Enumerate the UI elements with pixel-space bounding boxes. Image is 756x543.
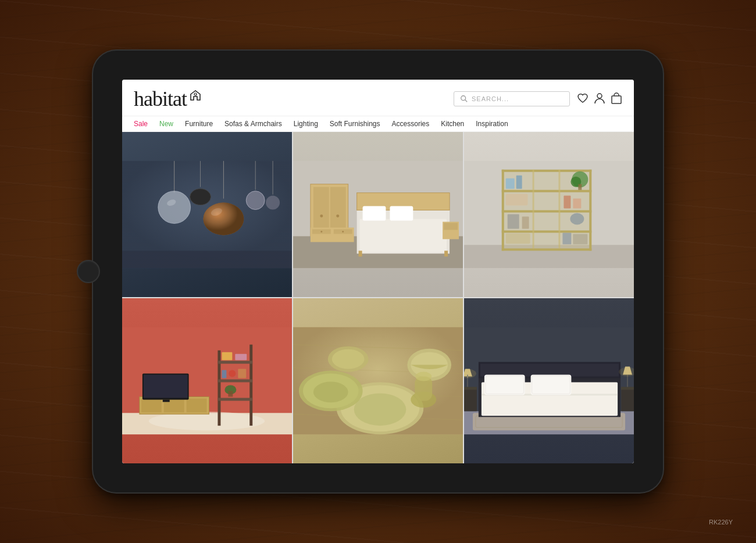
svg-point-76 [149, 412, 265, 430]
svg-rect-54 [502, 190, 591, 192]
svg-rect-67 [506, 194, 528, 206]
nav-inspiration[interactable]: Inspiration [476, 120, 508, 128]
grid-cell-shelving[interactable] [464, 132, 634, 297]
svg-rect-72 [562, 233, 571, 244]
svg-rect-45 [444, 251, 448, 256]
svg-rect-71 [506, 233, 530, 244]
svg-rect-81 [187, 398, 207, 412]
product-grid [122, 132, 634, 463]
svg-rect-23 [122, 251, 292, 268]
svg-rect-51 [502, 170, 504, 251]
svg-rect-79 [141, 398, 162, 412]
svg-rect-86 [249, 345, 252, 426]
svg-rect-89 [217, 398, 252, 401]
nav-furniture[interactable]: Furniture [185, 120, 213, 128]
svg-point-0 [194, 93, 197, 95]
header-icons [577, 92, 622, 106]
cart-icon[interactable] [611, 92, 622, 106]
nav-sofas[interactable]: Sofas & Armchairs [224, 120, 282, 128]
grid-cell-ceramics[interactable] [293, 298, 463, 463]
svg-point-37 [342, 231, 344, 233]
wishlist-icon[interactable] [577, 93, 589, 105]
logo-area[interactable]: habitat [134, 87, 202, 111]
svg-point-13 [204, 203, 244, 235]
svg-rect-60 [506, 178, 515, 189]
ipad-device: habitat SEARCH... [93, 51, 663, 492]
search-placeholder: SEARCH... [472, 95, 509, 102]
svg-rect-92 [222, 370, 226, 378]
svg-point-108 [313, 381, 348, 402]
svg-rect-58 [533, 170, 534, 249]
svg-rect-129 [464, 388, 477, 411]
svg-rect-68 [508, 215, 519, 229]
svg-point-32 [336, 215, 339, 217]
svg-rect-43 [390, 206, 413, 221]
svg-rect-47 [444, 223, 458, 230]
nav-lighting[interactable]: Lighting [294, 120, 318, 128]
svg-rect-55 [502, 210, 591, 213]
svg-rect-61 [516, 176, 522, 189]
svg-point-31 [320, 215, 323, 217]
svg-line-2 [465, 100, 468, 102]
site-header: habitat SEARCH... [122, 80, 634, 116]
svg-rect-73 [573, 234, 587, 244]
search-box[interactable]: SEARCH... [454, 91, 570, 106]
svg-rect-136 [627, 375, 628, 387]
svg-rect-69 [522, 216, 529, 228]
svg-rect-96 [228, 391, 233, 396]
svg-rect-135 [621, 387, 634, 390]
svg-point-115 [415, 372, 432, 381]
svg-rect-91 [235, 354, 247, 360]
watermark: RK226Y [709, 519, 733, 526]
svg-rect-52 [589, 170, 591, 251]
svg-rect-59 [558, 170, 560, 249]
grid-cell-bedroom[interactable] [293, 132, 463, 297]
account-icon[interactable] [594, 92, 605, 106]
svg-rect-42 [363, 206, 386, 221]
svg-point-93 [229, 370, 236, 377]
svg-rect-84 [163, 399, 170, 402]
svg-point-36 [320, 231, 322, 233]
svg-point-22 [266, 196, 280, 210]
svg-rect-44 [359, 251, 362, 256]
svg-rect-125 [484, 375, 525, 395]
nav-kitchen[interactable]: Kitchen [441, 120, 464, 128]
main-nav: Sale New Furniture Sofas & Armchairs Lig… [122, 116, 634, 132]
svg-rect-65 [564, 196, 570, 209]
svg-point-105 [354, 393, 406, 426]
svg-rect-4 [612, 96, 621, 103]
svg-rect-30 [330, 187, 346, 234]
svg-rect-41 [360, 219, 447, 252]
svg-point-70 [570, 213, 584, 225]
svg-rect-122 [480, 364, 619, 377]
svg-point-3 [597, 94, 602, 98]
svg-rect-56 [502, 230, 591, 233]
svg-rect-29 [313, 187, 329, 234]
svg-point-1 [461, 96, 466, 101]
nav-new[interactable]: New [159, 120, 173, 128]
nav-sale[interactable]: Sale [134, 120, 148, 128]
search-icon [460, 95, 468, 103]
brand-logo: habitat [134, 87, 187, 111]
svg-rect-88 [217, 380, 252, 383]
logo-icon [189, 89, 202, 105]
svg-rect-126 [531, 375, 572, 395]
grid-cell-living[interactable] [122, 298, 292, 463]
grid-cell-darkbedroom[interactable] [464, 298, 634, 463]
svg-rect-87 [217, 361, 252, 364]
header-right: SEARCH... [454, 91, 622, 106]
svg-rect-134 [621, 388, 634, 411]
grid-cell-lighting[interactable] [122, 132, 292, 297]
svg-rect-57 [502, 248, 591, 251]
nav-accessories[interactable]: Accessories [392, 120, 430, 128]
nav-soft-furnishings[interactable]: Soft Furnishings [330, 120, 380, 128]
svg-rect-90 [222, 352, 232, 360]
svg-rect-130 [464, 387, 477, 390]
svg-rect-94 [238, 369, 246, 378]
svg-rect-66 [573, 199, 581, 209]
svg-rect-83 [144, 375, 188, 398]
svg-rect-64 [578, 184, 582, 190]
ipad-screen: habitat SEARCH... [122, 80, 634, 463]
svg-point-112 [332, 349, 365, 369]
